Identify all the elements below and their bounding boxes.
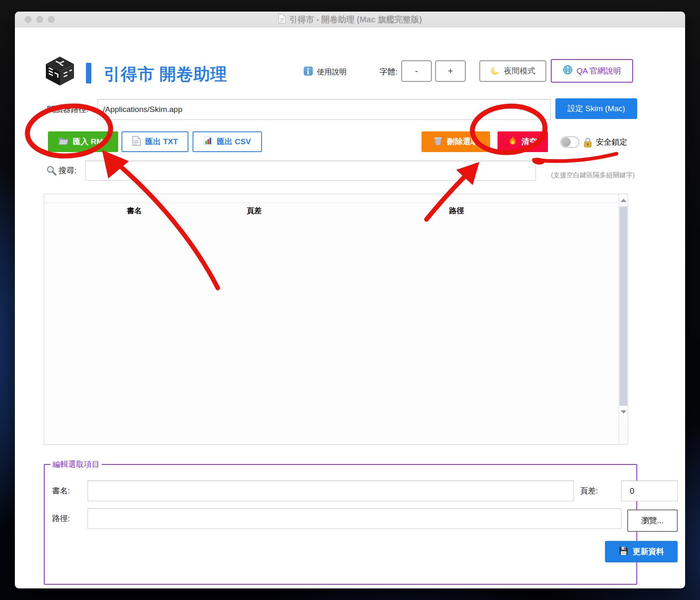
desktop: 引得市 - 開卷助理 (Mac 旗艦完整版) 引得市 開卷助理 — [0, 0, 700, 600]
scroll-down-button[interactable] — [619, 407, 628, 417]
info-icon — [303, 66, 313, 78]
search-input[interactable] — [85, 161, 536, 181]
import-rmp-label: 匯入 RMP — [73, 136, 108, 147]
bar-chart-icon — [204, 136, 213, 148]
import-rmp-button[interactable]: 匯入 RMP — [48, 131, 118, 152]
search-hint: (支援空白鍵區隔多組關鍵字) — [542, 171, 635, 180]
scroll-thumb[interactable] — [619, 207, 627, 406]
night-mode-button[interactable]: 夜間模式 — [479, 60, 546, 82]
clear-all-button[interactable]: 清空 — [498, 131, 548, 152]
table-header-book[interactable]: 書名 — [127, 206, 142, 216]
globe-icon — [563, 65, 573, 77]
title-accent-bar — [86, 63, 91, 83]
window-document-icon — [278, 14, 286, 26]
table-header-offset[interactable]: 頁差 — [247, 206, 262, 216]
qa-website-label: QA 官網說明 — [576, 66, 621, 76]
export-csv-label: 匯出 CSV — [217, 136, 251, 147]
toggle-knob — [562, 138, 571, 147]
scroll-up-button[interactable] — [619, 195, 628, 206]
help-button[interactable]: 使用說明 — [303, 66, 347, 78]
font-increase-button[interactable]: + — [435, 60, 466, 82]
setup-skim-button[interactable]: 設定 Skim (Mac) — [555, 98, 637, 119]
night-mode-label: 夜間模式 — [504, 66, 536, 76]
update-data-label: 更新資料 — [633, 546, 664, 557]
reader-path-input[interactable] — [98, 99, 551, 120]
export-txt-button[interactable]: 匯出 TXT — [121, 131, 188, 152]
path-label: 路徑: — [52, 508, 83, 529]
floppy-disk-icon — [619, 546, 629, 558]
app-window: 引得市 - 開卷助理 (Mac 旗艦完整版) 引得市 開卷助理 — [15, 12, 685, 588]
folder-icon — [58, 136, 69, 148]
table-scrollbar[interactable] — [619, 194, 628, 444]
book-name-input[interactable] — [88, 481, 574, 501]
update-data-button[interactable]: 更新資料 — [605, 541, 678, 562]
path-input[interactable] — [88, 508, 621, 529]
lock-icon — [583, 137, 593, 150]
page-offset-input[interactable] — [621, 481, 678, 501]
book-name-label: 書名: — [52, 481, 83, 501]
browse-button[interactable]: 瀏覽... — [627, 510, 678, 532]
qa-website-button[interactable]: QA 官網說明 — [551, 59, 633, 83]
safety-lock-toggle[interactable] — [560, 136, 579, 148]
reader-path-label: 閱讀器路徑: — [47, 99, 88, 120]
delete-selected-button[interactable]: 刪除選取 — [421, 131, 490, 152]
window-title-area: 引得市 - 開卷助理 (Mac 旗艦完整版) — [15, 12, 685, 27]
delete-selected-label: 刪除選取 — [447, 136, 479, 147]
document-icon — [132, 136, 141, 148]
font-size-label: 字體: — [369, 66, 398, 78]
app-logo — [45, 55, 75, 86]
help-label: 使用說明 — [317, 67, 347, 77]
moon-icon — [490, 65, 500, 77]
table-header-divider — [44, 202, 628, 203]
clear-all-label: 清空 — [521, 136, 537, 147]
fire-icon — [508, 136, 517, 148]
table-header-path[interactable]: 路徑 — [449, 206, 464, 216]
page-offset-label: 頁差: — [580, 481, 605, 501]
font-decrease-button[interactable]: - — [401, 60, 432, 82]
trash-icon — [433, 136, 443, 148]
safety-lock-label: 安全鎖定 — [596, 136, 627, 148]
titlebar[interactable]: 引得市 - 開卷助理 (Mac 旗艦完整版) — [15, 12, 685, 27]
edit-panel-legend: 編輯選取項目 — [50, 459, 102, 470]
export-txt-label: 匯出 TXT — [145, 136, 178, 147]
app-title: 引得市 開卷助理 — [104, 63, 227, 86]
search-icon — [46, 165, 57, 178]
search-label: 搜尋: — [59, 161, 76, 181]
export-csv-button[interactable]: 匯出 CSV — [193, 131, 262, 152]
window-title: 引得市 - 開卷助理 (Mac 旗艦完整版) — [289, 14, 422, 25]
book-table[interactable]: 書名 頁差 路徑 — [44, 194, 628, 445]
